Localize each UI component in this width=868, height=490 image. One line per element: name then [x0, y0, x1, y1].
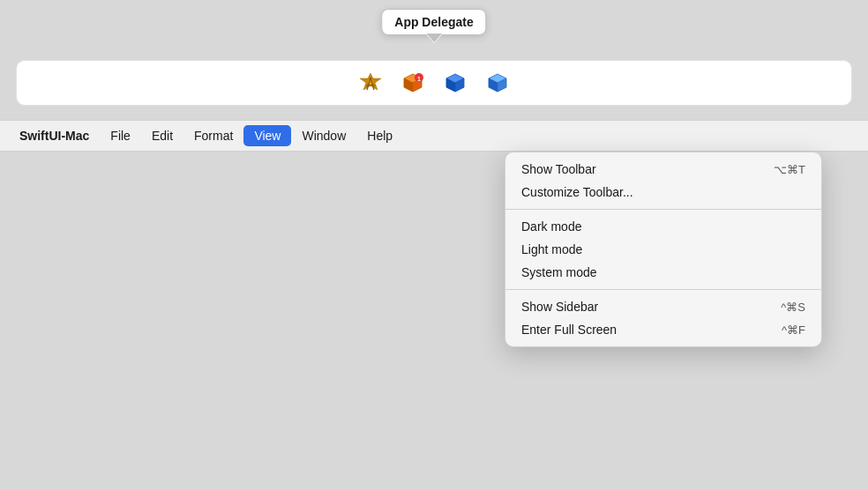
menu-item-help[interactable]: Help — [356, 125, 403, 146]
dropdown-section-modes: Dark mode Light mode System mode — [505, 209, 821, 289]
tooltip-label: App Delegate — [394, 15, 473, 29]
view-dropdown-menu: Show Toolbar ⌥⌘T Customize Toolbar... Da… — [505, 152, 822, 347]
show-sidebar-shortcut: ^⌘S — [781, 301, 805, 314]
light-mode-label: Light mode — [521, 242, 582, 256]
show-toolbar-shortcut: ⌥⌘T — [774, 163, 805, 176]
tooltip-arrow — [426, 34, 442, 43]
fullscreen-shortcut: ^⌘F — [782, 323, 805, 337]
toolbar: 1 — [16, 60, 852, 106]
dropdown-item-customize-toolbar[interactable]: Customize Toolbar... — [505, 181, 821, 204]
system-mode-label: System mode — [521, 265, 597, 279]
show-toolbar-label: Show Toolbar — [521, 162, 596, 176]
dropdown-item-dark-mode[interactable]: Dark mode — [505, 215, 821, 238]
menu-item-file[interactable]: File — [100, 125, 141, 146]
dropdown-item-show-sidebar[interactable]: Show Sidebar ^⌘S — [505, 295, 821, 318]
menu-item-edit[interactable]: Edit — [141, 125, 183, 146]
menu-item-format[interactable]: Format — [183, 125, 243, 146]
menu-item-appname[interactable]: SwiftUI-Mac — [9, 125, 100, 146]
menu-item-window[interactable]: Window — [291, 125, 356, 146]
tooltip-container: App Delegate — [381, 9, 486, 44]
dropdown-item-system-mode[interactable]: System mode — [505, 261, 821, 284]
dropdown-section-toolbar: Show Toolbar ⌥⌘T Customize Toolbar... — [505, 152, 821, 209]
light-blue-cube-icon[interactable] — [483, 69, 512, 97]
menu-item-view[interactable]: View — [243, 125, 291, 146]
orange-badge-icon[interactable]: 1 — [399, 69, 427, 97]
dropdown-section-view: Show Sidebar ^⌘S Enter Full Screen ^⌘F — [505, 289, 821, 346]
svg-text:1: 1 — [417, 76, 421, 82]
fullscreen-label: Enter Full Screen — [521, 323, 617, 337]
dropdown-item-light-mode[interactable]: Light mode — [505, 238, 821, 261]
tooltip-bubble: App Delegate — [381, 9, 486, 35]
blue-cube-icon[interactable] — [441, 69, 469, 97]
show-sidebar-label: Show Sidebar — [521, 300, 598, 314]
instruments-icon[interactable] — [356, 69, 385, 97]
dropdown-item-fullscreen[interactable]: Enter Full Screen ^⌘F — [505, 318, 821, 341]
menubar: SwiftUI-Mac File Edit Format View Window… — [0, 120, 868, 152]
dropdown-item-show-toolbar[interactable]: Show Toolbar ⌥⌘T — [505, 158, 821, 181]
dark-mode-label: Dark mode — [521, 219, 581, 234]
customize-toolbar-label: Customize Toolbar... — [521, 185, 633, 199]
